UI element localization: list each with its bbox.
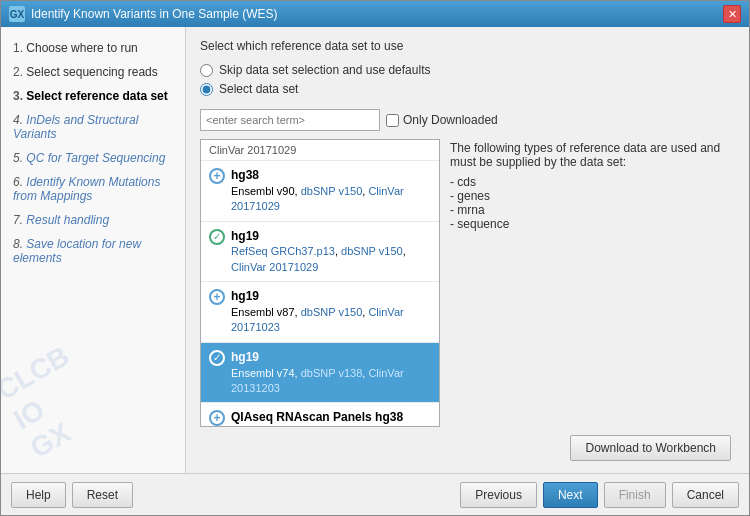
radio-select[interactable] <box>200 83 213 96</box>
radio-select-row: Select data set <box>200 82 735 96</box>
list-item-hg19-ensembl74[interactable]: ✓ hg19 Ensembl v74, dbSNP v138, ClinVar … <box>201 343 439 404</box>
info-panel: The following types of reference data ar… <box>450 139 735 427</box>
main-window: GX Identify Known Variants in One Sample… <box>0 0 750 516</box>
footer-right: Previous Next Finish Cancel <box>460 482 739 508</box>
app-icon: GX <box>9 6 25 22</box>
close-button[interactable]: ✕ <box>723 5 741 23</box>
list-container: ClinVar 20171029 + hg38 Ensembl v90, dbS… <box>200 139 735 427</box>
list-item-hg19-refseq[interactable]: ✓ hg19 RefSeq GRCh37.p13, dbSNP v150, Cl… <box>201 222 439 283</box>
cancel-button[interactable]: Cancel <box>672 482 739 508</box>
plus-icon-hg38: + <box>209 168 225 184</box>
sidebar-item-4[interactable]: 4. InDels and Structural Variants <box>9 109 177 145</box>
sidebar-item-3[interactable]: 3. Select reference data set <box>9 85 177 107</box>
reset-button[interactable]: Reset <box>72 482 133 508</box>
radio-skip[interactable] <box>200 64 213 77</box>
title-bar-left: GX Identify Known Variants in One Sample… <box>9 6 278 22</box>
list-item-hg19-ensembl87[interactable]: + hg19 Ensembl v87, dbSNP v150, ClinVar … <box>201 282 439 343</box>
sidebar-item-2[interactable]: 2. Select sequencing reads <box>9 61 177 83</box>
radio-group: Skip data set selection and use defaults… <box>200 63 735 101</box>
previous-button[interactable]: Previous <box>460 482 537 508</box>
footer-left: Help Reset <box>11 482 133 508</box>
radio-select-label: Select data set <box>219 82 298 96</box>
search-input[interactable] <box>200 109 380 131</box>
download-workbench-button[interactable]: Download to Workbench <box>570 435 731 461</box>
list-item-hg38[interactable]: + hg38 Ensembl v90, dbSNP v150, ClinVar … <box>201 161 439 222</box>
list-item-qiaseq-rnascan[interactable]: + QIAseq RNAscan Panels hg38 RefSeq GRCh… <box>201 403 439 427</box>
sidebar-item-8[interactable]: 8. Save location for new elements <box>9 233 177 269</box>
footer: Help Reset Previous Next Finish Cancel <box>1 473 749 515</box>
list-item-partial-top[interactable]: ClinVar 20171029 <box>201 140 439 161</box>
radio-skip-label: Skip data set selection and use defaults <box>219 63 430 77</box>
help-button[interactable]: Help <box>11 482 66 508</box>
main-panel: Select which reference data set to use S… <box>186 27 749 473</box>
content-area: 1. Choose where to run 2. Select sequenc… <box>1 27 749 473</box>
search-row: Only Downloaded <box>200 109 735 131</box>
download-row: Download to Workbench <box>200 435 735 461</box>
check-icon-hg19-ensembl74: ✓ <box>209 350 225 366</box>
plus-icon-qiaseq-rnascan: + <box>209 410 225 426</box>
radio-skip-row: Skip data set selection and use defaults <box>200 63 735 77</box>
only-downloaded-checkbox[interactable] <box>386 114 399 127</box>
sidebar-item-5[interactable]: 5. QC for Target Sequencing <box>9 147 177 169</box>
check-icon-hg19-refseq: ✓ <box>209 229 225 245</box>
sidebar-item-6[interactable]: 6. Identify Known Mutations from Mapping… <box>9 171 177 207</box>
window-title: Identify Known Variants in One Sample (W… <box>31 7 278 21</box>
finish-button[interactable]: Finish <box>604 482 666 508</box>
watermark: CLCBIOGX <box>1 340 109 466</box>
plus-icon-hg19-ensembl87: + <box>209 289 225 305</box>
title-bar: GX Identify Known Variants in One Sample… <box>1 1 749 27</box>
next-button[interactable]: Next <box>543 482 598 508</box>
section-title: Select which reference data set to use <box>200 39 735 53</box>
reference-list[interactable]: ClinVar 20171029 + hg38 Ensembl v90, dbS… <box>200 139 440 427</box>
sidebar-item-1[interactable]: 1. Choose where to run <box>9 37 177 59</box>
sidebar: 1. Choose where to run 2. Select sequenc… <box>1 27 186 473</box>
sidebar-item-7[interactable]: 7. Result handling <box>9 209 177 231</box>
only-downloaded-label: Only Downloaded <box>386 113 498 127</box>
